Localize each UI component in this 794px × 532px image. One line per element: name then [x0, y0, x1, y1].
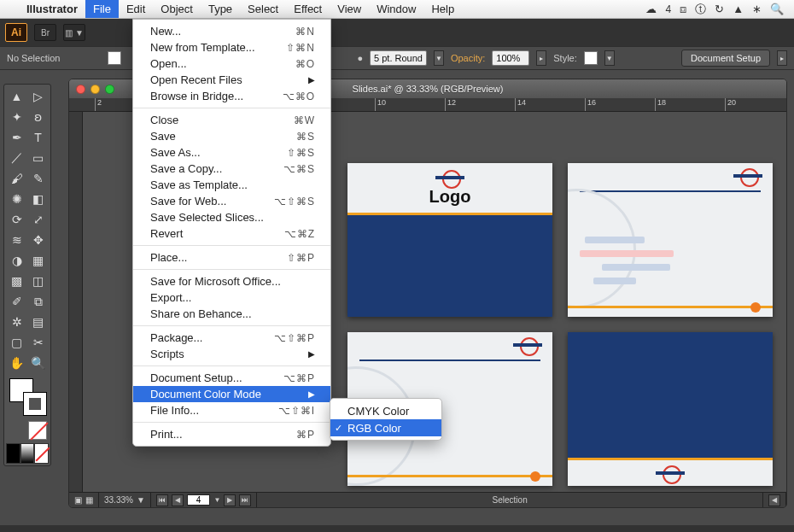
tool-hand[interactable]: ✋: [6, 353, 27, 373]
stroke-color[interactable]: [23, 392, 47, 416]
color-normal[interactable]: [6, 443, 20, 464]
artboard-number[interactable]: 4: [187, 494, 211, 506]
menu-type[interactable]: Type: [201, 0, 240, 18]
sync-icon[interactable]: ↻: [715, 3, 724, 15]
tool-graph[interactable]: ▤: [27, 312, 49, 332]
tool-line[interactable]: ／: [6, 148, 27, 168]
tool-pen[interactable]: ✒: [6, 127, 27, 148]
menu-item-close[interactable]: Close⌘W: [133, 112, 330, 128]
opacity-dropdown[interactable]: ▸: [536, 50, 546, 66]
tool-zoom[interactable]: 🔍: [27, 353, 49, 373]
ruler-vertical[interactable]: [69, 112, 83, 492]
menu-item-browse-in-bridge[interactable]: Browse in Bridge...⌥⌘O: [133, 88, 330, 104]
tool-selection[interactable]: ▲: [6, 86, 27, 107]
stroke-dropdown[interactable]: ▼: [434, 50, 444, 66]
menu-item-save-a-copy[interactable]: Save a Copy...⌥⌘S: [133, 161, 330, 177]
menu-select[interactable]: Select: [240, 0, 286, 18]
color-none[interactable]: [34, 443, 49, 464]
menu-item-scripts[interactable]: Scripts▶: [133, 346, 330, 362]
menu-item-export[interactable]: Export...: [133, 289, 330, 306]
spotlight-icon[interactable]: 🔍: [770, 3, 784, 15]
menu-item-print[interactable]: Print...⌘P: [133, 426, 330, 442]
fill-stroke-control[interactable]: [6, 377, 49, 418]
menu-object[interactable]: Object: [153, 0, 201, 18]
tool-scale[interactable]: ⤢: [27, 209, 49, 230]
first-artboard[interactable]: ⏮: [156, 494, 168, 506]
bridge-button[interactable]: Br: [34, 24, 56, 41]
next-artboard[interactable]: ▶: [224, 494, 236, 506]
menu-item-save-for-microsoft-office[interactable]: Save for Microsoft Office...: [133, 273, 330, 289]
menu-item-revert[interactable]: Revert⌥⌘Z: [133, 225, 330, 242]
tool-width[interactable]: ≋: [6, 230, 27, 250]
fill-swatch[interactable]: [108, 51, 121, 65]
color-gradient[interactable]: [20, 443, 35, 464]
menu-item-file-info[interactable]: File Info...⌥⇧⌘I: [133, 402, 330, 418]
menu-effect[interactable]: Effect: [286, 0, 330, 18]
tool-artboard[interactable]: ▢: [6, 332, 27, 353]
zoom-field[interactable]: 33.33% ▼: [99, 493, 151, 507]
menu-help[interactable]: Help: [423, 0, 462, 18]
menu-item-save[interactable]: Save⌘S: [133, 128, 330, 144]
menu-edit[interactable]: Edit: [119, 0, 153, 18]
zoom-icon[interactable]: [105, 85, 114, 94]
tool-brush[interactable]: 🖌: [6, 168, 27, 189]
menu-file[interactable]: File: [85, 0, 119, 18]
tool-rotate[interactable]: ⟳: [6, 209, 27, 230]
menu-item-save-as-template[interactable]: Save as Template...: [133, 177, 330, 193]
tool-blob[interactable]: ✺: [6, 189, 27, 209]
cc-icon[interactable]: ☁: [645, 3, 657, 15]
scroll-left[interactable]: ◀: [768, 494, 780, 506]
tool-eyedropper[interactable]: ✐: [6, 291, 27, 312]
tool-mesh[interactable]: ▩: [6, 271, 27, 291]
stroke-profile[interactable]: 5 pt. Round: [370, 50, 427, 66]
tool-symbol-spray[interactable]: ✲: [6, 312, 27, 332]
style-swatch[interactable]: [584, 51, 598, 65]
tool-pencil[interactable]: ✎: [27, 168, 49, 189]
menu-item-open-recent-files[interactable]: Open Recent Files▶: [133, 72, 330, 88]
artboard-4[interactable]: [568, 332, 773, 486]
tool-gradient[interactable]: ◫: [27, 271, 49, 291]
bluetooth-icon[interactable]: ∗: [752, 3, 762, 15]
menu-item-place[interactable]: Place...⇧⌘P: [133, 249, 330, 266]
tool-direct-select[interactable]: ▷: [27, 86, 49, 107]
tool-rectangle[interactable]: ▭: [27, 148, 49, 168]
te-icon[interactable]: ⓣ: [695, 2, 706, 17]
app-name[interactable]: Illustrator: [19, 3, 85, 15]
menu-item-open[interactable]: Open...⌘O: [133, 56, 330, 72]
wifi-icon[interactable]: ▲: [733, 3, 744, 15]
tool-slice[interactable]: ✂: [27, 332, 49, 353]
menu-item-document-color-mode[interactable]: Document Color Mode▶: [133, 386, 330, 402]
menu-item-save-for-web[interactable]: Save for Web...⌥⇧⌘S: [133, 193, 330, 209]
menu-item-new[interactable]: New...⌘N: [133, 23, 330, 39]
tool-free-transform[interactable]: ✥: [27, 230, 49, 250]
arrange-button[interactable]: ▥ ▼: [63, 24, 85, 41]
document-setup-button[interactable]: Document Setup: [681, 50, 770, 67]
last-artboard[interactable]: ⏭: [239, 494, 251, 506]
menu-item-package[interactable]: Package...⌥⇧⌘P: [133, 330, 330, 346]
opacity-field[interactable]: 100%: [492, 50, 529, 66]
menu-item-new-from-template[interactable]: New from Template...⇧⌘N: [133, 39, 330, 56]
prev-artboard[interactable]: ◀: [172, 494, 184, 506]
view-mode-icon[interactable]: ▣: [74, 495, 82, 505]
menu-view[interactable]: View: [330, 0, 369, 18]
style-dropdown[interactable]: ▼: [604, 50, 615, 66]
tool-shape-builder[interactable]: ◑: [6, 250, 27, 271]
tool-type[interactable]: T: [27, 127, 49, 148]
submenu-item-rgb-color[interactable]: ✓RGB Color: [330, 419, 441, 436]
tool-eraser[interactable]: ◧: [27, 189, 49, 209]
menu-window[interactable]: Window: [369, 0, 423, 18]
menu-item-document-setup[interactable]: Document Setup...⌥⌘P: [133, 370, 330, 386]
artboard-2[interactable]: [568, 163, 773, 317]
menu-item-save-selected-slices[interactable]: Save Selected Slices...: [133, 209, 330, 225]
more-button[interactable]: ▸: [777, 50, 787, 66]
close-icon[interactable]: [76, 85, 85, 94]
dropbox-icon[interactable]: ⧈: [680, 3, 686, 16]
menu-item-save-as[interactable]: Save As...⇧⌘S: [133, 144, 330, 161]
tool-perspective[interactable]: ▦: [27, 250, 49, 271]
menu-item-share-on-behance[interactable]: Share on Behance...: [133, 306, 330, 322]
tool-lasso[interactable]: ʚ: [27, 107, 49, 127]
minimize-icon[interactable]: [90, 85, 100, 94]
none-color[interactable]: [28, 421, 47, 440]
view-mode-icon-2[interactable]: ▦: [85, 495, 93, 505]
tool-blend[interactable]: ⧉: [27, 291, 49, 312]
